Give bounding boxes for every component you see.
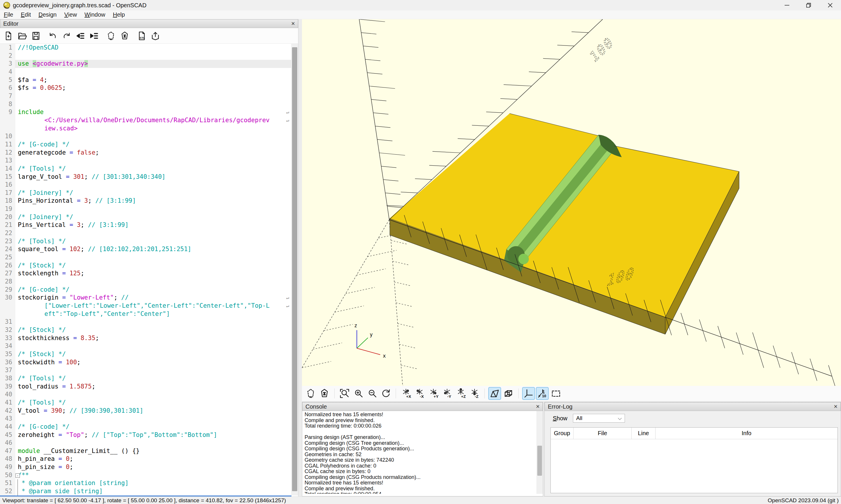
show-scale-markers-button[interactable]: 10: [536, 387, 549, 400]
code-row: 12generategcode = false;: [0, 149, 291, 157]
view-plus-x-button[interactable]: +X: [399, 387, 412, 400]
editor-scrollbar[interactable]: [291, 44, 298, 496]
menu-item-view[interactable]: View: [61, 11, 81, 19]
view-plus-y-button[interactable]: +Y: [427, 387, 440, 400]
editor-scrollbar-thumb[interactable]: [292, 47, 297, 491]
unindent-button[interactable]: [73, 29, 87, 42]
close-icon: [826, 1, 835, 10]
perspective-button[interactable]: [488, 387, 501, 400]
export-button[interactable]: [149, 29, 162, 42]
vp-render-button[interactable]: [318, 387, 331, 400]
restore-button[interactable]: [798, 0, 819, 11]
errorlog-filter-row: Show All: [545, 414, 841, 423]
view-minus-z-button[interactable]: -Z: [468, 387, 481, 400]
line-number: 37: [0, 366, 15, 375]
menu-item-help[interactable]: Help: [109, 11, 128, 19]
export-stl-button[interactable]: STL: [135, 29, 148, 42]
show-axes-button[interactable]: [522, 387, 535, 400]
menu-item-file[interactable]: File: [0, 11, 17, 19]
new-file-button[interactable]: [2, 29, 15, 42]
view-plus-x-icon: +X: [401, 388, 411, 399]
export-icon: [151, 31, 160, 40]
editor-close-button[interactable]: ×: [291, 20, 295, 27]
errorlog-panel-header: Error-Log ×: [545, 402, 841, 411]
line-number: 24: [0, 245, 15, 253]
console-line: CGAL cache size in bytes: 0: [305, 469, 536, 474]
unindent-icon: [75, 31, 85, 40]
svg-text:-Z: -Z: [475, 394, 479, 399]
show-filter-dropdown[interactable]: All: [573, 414, 625, 422]
orthogonal-button[interactable]: [502, 387, 515, 400]
line-number: 34: [0, 342, 15, 350]
redo-icon: [62, 31, 71, 40]
code-row: 32/* [Stock] */: [0, 326, 291, 334]
restore-icon: [804, 1, 813, 10]
errorlog-column-info[interactable]: Info: [656, 428, 838, 439]
code-row: 11/* [G-code] */: [0, 141, 291, 149]
code-row: 36stockwidth = 100;: [0, 358, 291, 367]
minimize-button[interactable]: [776, 0, 798, 11]
zoom-out-button[interactable]: [366, 387, 378, 400]
indent-button[interactable]: [87, 29, 101, 42]
zoom-out-icon: [367, 389, 377, 398]
zoom-all-button[interactable]: [338, 387, 351, 400]
fold-marker[interactable]: -: [16, 473, 20, 478]
line-number: 12: [0, 149, 15, 157]
view-plus-z-button[interactable]: +Z: [454, 387, 467, 400]
errorlog-table-header: GroupFileLineInfo: [551, 428, 838, 439]
status-bar: Viewport: translate = [ 62.50 50.00 -4.1…: [0, 497, 841, 504]
code-row: 14/* [Tools] */: [0, 165, 291, 173]
render-button[interactable]: [118, 29, 132, 42]
errorlog-table: GroupFileLineInfo: [550, 427, 838, 493]
save-icon: [31, 31, 40, 40]
show-axes-icon: [524, 389, 533, 398]
code-row: 1//!OpenSCAD: [0, 44, 291, 52]
open-button[interactable]: [16, 29, 29, 42]
line-number: 44: [0, 423, 15, 431]
view-minus-y-button[interactable]: -Y: [441, 387, 453, 400]
menu-item-edit[interactable]: Edit: [17, 11, 34, 19]
view-all-icon: [551, 389, 561, 398]
errorlog-column-file[interactable]: File: [573, 428, 632, 439]
code-row: 35/* [Stock] */: [0, 350, 291, 358]
console-scrollbar-thumb[interactable]: [537, 446, 542, 475]
console-panel: Console × Normalized tree has 15 element…: [302, 402, 543, 497]
console-line: [305, 429, 536, 435]
view-minus-x-button[interactable]: -X: [413, 387, 426, 400]
code-row: 42V_tool = 390; // [390:390,301:301]: [0, 407, 291, 415]
view-all-button[interactable]: [550, 387, 562, 400]
code-row: 52 * @param side [string]: [0, 487, 291, 496]
menu-item-window[interactable]: Window: [81, 11, 109, 19]
line-number: 7: [0, 92, 15, 100]
errorlog-column-group[interactable]: Group: [551, 428, 573, 439]
y-axis-scale-label: 100: [587, 33, 616, 66]
viewport-3d[interactable]: 100 100 z y x: [302, 19, 841, 386]
console-scrollbar[interactable]: [536, 411, 543, 494]
errorlog-column-line[interactable]: Line: [632, 428, 656, 439]
line-number: 31: [0, 318, 15, 326]
errorlog-close-button[interactable]: ×: [834, 403, 838, 410]
line-number: 39: [0, 383, 15, 391]
undo-button[interactable]: [46, 29, 59, 42]
zoom-in-icon: [353, 389, 363, 398]
reset-view-button[interactable]: [379, 387, 392, 400]
model-stock: [390, 113, 739, 334]
line-number: 21: [0, 221, 15, 229]
vp-preview-button[interactable]: [304, 387, 317, 400]
redo-button[interactable]: [60, 29, 73, 42]
console-close-button[interactable]: ×: [536, 403, 539, 410]
chevron-down-icon: [618, 416, 622, 420]
close-button[interactable]: [819, 0, 841, 11]
menu-item-design[interactable]: Design: [35, 11, 61, 19]
save-button[interactable]: [29, 29, 42, 42]
svg-text:+X: +X: [406, 394, 411, 399]
zoom-in-button[interactable]: [352, 387, 365, 400]
code-row: 29/* [G-code] */: [0, 286, 291, 294]
code-row: 26/* [Stock] */: [0, 262, 291, 270]
console-line: Compiling design (CSG Tree generation)..…: [305, 440, 536, 446]
line-number: 48: [0, 455, 15, 463]
line-number: 40: [0, 391, 15, 399]
console-line: Total rendering time: 0:00:00.026: [305, 423, 536, 429]
preview-button[interactable]: [104, 29, 118, 42]
code-editor[interactable]: 1//!OpenSCAD23use <gcodewrite.py>45$fa =…: [0, 44, 291, 496]
